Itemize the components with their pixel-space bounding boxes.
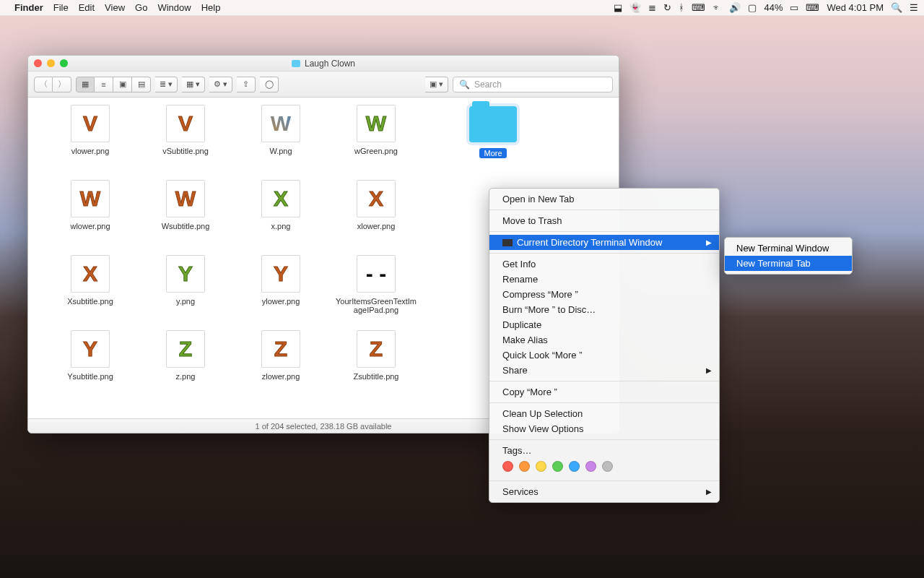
icon-view-button[interactable]: ▦ — [76, 77, 95, 92]
file-item[interactable]: VvSubtitle.png — [138, 105, 233, 180]
file-item[interactable]: Zz.png — [138, 330, 233, 405]
notification-center-icon[interactable]: ☰ — [910, 2, 918, 13]
ctx-open-new-tab[interactable]: Open in New Tab — [489, 191, 719, 207]
menu-edit[interactable]: Edit — [79, 2, 95, 13]
ctx-duplicate[interactable]: Duplicate — [489, 317, 719, 332]
timemachine-icon[interactable]: ↻ — [663, 2, 671, 13]
app-menu[interactable]: Finder — [14, 2, 43, 13]
menu-go[interactable]: Go — [135, 2, 147, 13]
file-item[interactable]: YYsubtitle.png — [43, 330, 138, 405]
file-name: wlower.png — [70, 222, 110, 230]
file-name: YourItemsGreenTextImageIPad.png — [334, 297, 419, 314]
file-item[interactable]: XXsubtitle.png — [43, 255, 138, 330]
ctx-tag-colors — [489, 458, 719, 478]
keyboard-icon[interactable]: ⌨ — [692, 2, 705, 13]
folder-label: More — [479, 148, 506, 158]
tag-color-dot[interactable] — [569, 461, 580, 472]
ctx-move-to-trash[interactable]: Move to Trash — [489, 213, 719, 228]
file-thumbnail: Y — [261, 255, 300, 293]
tags-button[interactable]: ◯ — [260, 77, 279, 92]
file-name: W.png — [269, 147, 292, 155]
file-thumbnail: X — [261, 180, 300, 217]
file-item[interactable]: Vvlower.png — [43, 105, 138, 180]
group-button[interactable]: ▦ ▾ — [182, 77, 205, 92]
back-button[interactable]: 〈 — [34, 77, 53, 92]
spotlight-icon[interactable]: 🔍 — [891, 2, 902, 13]
arrange-button[interactable]: ≣ ▾ — [155, 77, 178, 92]
view-switcher: ▦ ≡ ▣ ▤ — [76, 77, 151, 92]
menu-file[interactable]: File — [53, 2, 69, 13]
bluetooth-icon[interactable]: ᚼ — [679, 2, 684, 13]
tag-color-dot[interactable] — [502, 461, 513, 472]
ctx-copy[interactable]: Copy “More ” — [489, 384, 719, 400]
battery-icon[interactable]: ▭ — [790, 2, 798, 13]
file-item[interactable]: Yy.png — [138, 255, 233, 330]
tag-color-dot[interactable] — [585, 461, 596, 472]
ctx-compress[interactable]: Compress “More ” — [489, 287, 719, 302]
ctx-tags[interactable]: Tags… — [489, 443, 719, 458]
ctx-quick-look[interactable]: Quick Look “More ” — [489, 348, 719, 363]
airplay-icon[interactable]: ▢ — [748, 2, 757, 13]
ctx-get-info[interactable]: Get Info — [489, 256, 719, 272]
list-icon[interactable]: ≣ — [648, 2, 656, 13]
file-item[interactable]: Wwlower.png — [43, 180, 138, 255]
ctx-show-view-options[interactable]: Show View Options — [489, 421, 719, 436]
file-item[interactable]: ZZsubtitle.png — [328, 330, 424, 405]
ctx-burn[interactable]: Burn “More ” to Disc… — [489, 302, 719, 317]
submenu-new-terminal-tab[interactable]: New Terminal Tab — [725, 256, 852, 271]
file-thumbnail: X — [71, 255, 110, 293]
menu-help[interactable]: Help — [201, 2, 221, 13]
ctx-share[interactable]: Share ▶ — [489, 363, 719, 378]
file-item[interactable]: Yylower.png — [233, 255, 328, 330]
window-titlebar[interactable]: Laugh Clown — [28, 56, 619, 72]
ctx-make-alias[interactable]: Make Alias — [489, 332, 719, 348]
tag-color-dot[interactable] — [519, 461, 530, 472]
file-thumbnail: V — [166, 105, 205, 142]
share-button[interactable]: ⇪ — [237, 77, 256, 92]
search-field[interactable]: 🔍 Search — [453, 77, 613, 92]
column-view-button[interactable]: ▣ — [113, 77, 132, 92]
separator — [489, 253, 719, 254]
file-thumbnail: V — [71, 105, 110, 142]
file-item[interactable]: WwGreen.png — [328, 105, 424, 180]
ctx-clean-up[interactable]: Clean Up Selection — [489, 406, 719, 421]
submenu-new-terminal-window[interactable]: New Terminal Window — [725, 241, 852, 256]
tag-color-dot[interactable] — [602, 461, 613, 472]
menu-window[interactable]: Window — [157, 2, 191, 13]
gallery-view-button[interactable]: ▤ — [132, 77, 151, 92]
chevron-right-icon: ▶ — [706, 238, 712, 246]
tag-color-dot[interactable] — [552, 461, 563, 472]
file-item[interactable]: Zzlower.png — [233, 330, 328, 405]
file-item[interactable]: - -YourItemsGreenTextImageIPad.png — [328, 255, 424, 330]
file-item[interactable]: WW.png — [233, 105, 328, 180]
wifi-icon[interactable]: ᯤ — [712, 2, 722, 13]
nav-back-forward: 〈 〉 — [34, 77, 71, 92]
volume-icon[interactable]: 🔊 — [729, 2, 741, 13]
file-name: Ysubtitle.png — [67, 372, 113, 381]
finder-toolbar: 〈 〉 ▦ ≡ ▣ ▤ ≣ ▾ ▦ ▾ ⚙ ▾ ⇪ ◯ ▣ ▾ 🔍 Search — [28, 72, 619, 98]
file-name: Xsubtitle.png — [67, 297, 113, 306]
file-name: x.png — [271, 222, 291, 230]
ghost-icon[interactable]: 👻 — [629, 2, 641, 13]
list-view-button[interactable]: ≡ — [95, 77, 113, 92]
file-name: vlower.png — [71, 147, 110, 155]
preview-toggle-button[interactable]: ▣ ▾ — [425, 77, 448, 92]
ctx-terminal-label: Current Directory Terminal Window — [517, 237, 662, 248]
inbox-icon[interactable]: ⬓ — [614, 2, 622, 13]
forward-button[interactable]: 〉 — [53, 77, 71, 92]
battery-percent[interactable]: 44% — [764, 2, 783, 13]
file-item[interactable]: WWsubtitle.png — [138, 180, 233, 255]
file-item[interactable]: Xx.png — [233, 180, 328, 255]
file-name: xlower.png — [357, 222, 396, 230]
ctx-current-dir-terminal[interactable]: Current Directory Terminal Window ▶ — [489, 235, 719, 250]
file-item[interactable]: Xxlower.png — [328, 180, 424, 255]
menu-view[interactable]: View — [105, 2, 125, 13]
ctx-services[interactable]: Services ▶ — [489, 484, 719, 499]
tag-color-dot[interactable] — [536, 461, 546, 472]
ctx-rename[interactable]: Rename — [489, 272, 719, 287]
text-input-icon[interactable]: ⌨︎ — [806, 2, 819, 13]
folder-item-selected[interactable]: More — [445, 105, 541, 180]
search-placeholder: Search — [474, 79, 502, 90]
action-button[interactable]: ⚙ ▾ — [209, 77, 232, 92]
clock[interactable]: Wed 4:01 PM — [827, 2, 884, 13]
